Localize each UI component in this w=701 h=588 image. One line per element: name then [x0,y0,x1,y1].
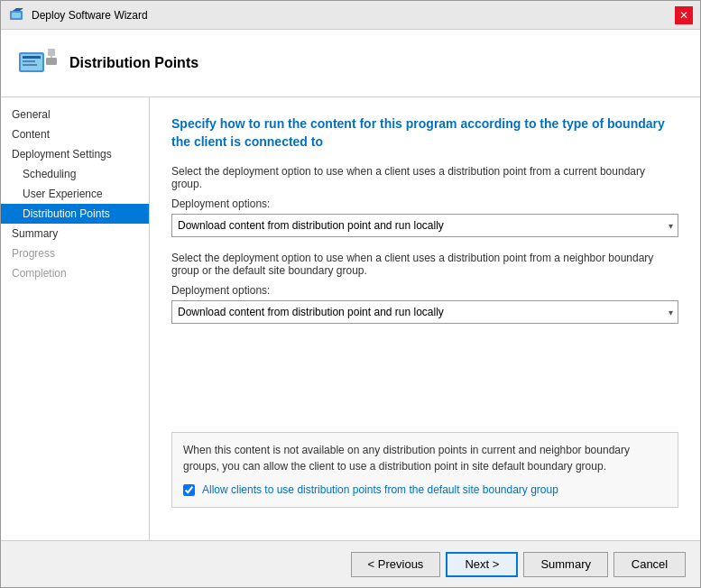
next-button[interactable]: Next > [446,552,518,577]
svg-rect-7 [23,64,37,66]
sidebar-item-scheduling[interactable]: Scheduling [1,164,149,184]
previous-button[interactable]: < Previous [351,552,441,577]
svg-marker-2 [13,8,23,11]
summary-button[interactable]: Summary [523,552,608,577]
svg-rect-9 [46,58,57,65]
allow-distribution-checkbox[interactable] [183,484,195,496]
sidebar: General Content Deployment Settings Sche… [1,97,150,540]
main-heading: Specify how to run the content for this … [171,115,678,151]
wizard-window: Deploy Software Wizard ✕ Distribution Po… [0,0,701,588]
svg-rect-5 [23,56,41,59]
checkbox-label[interactable]: Allow clients to use distribution points… [202,482,558,498]
header-icon [15,41,59,85]
svg-rect-6 [23,60,35,62]
title-bar: Deploy Software Wizard ✕ [1,1,700,30]
window-title: Deploy Software Wizard [32,9,675,22]
dropdown1-label: Deployment options: [171,198,678,210]
wizard-footer: < Previous Next > Summary Cancel [1,540,700,587]
wizard-body: General Content Deployment Settings Sche… [1,97,700,540]
close-button[interactable]: ✕ [675,6,693,24]
info-box: When this content is not available on an… [171,432,678,508]
sidebar-item-summary[interactable]: Summary [1,224,149,243]
section1-description: Select the deployment option to use when… [171,165,678,190]
dropdown1-container: Download content from distribution point… [171,214,678,237]
sidebar-item-content[interactable]: Content [1,124,149,144]
section2-description: Select the deployment option to use when… [171,252,678,277]
window-icon [8,6,26,24]
info-box-text: When this content is not available on an… [183,444,630,473]
header-title: Distribution Points [69,55,198,71]
cancel-button[interactable]: Cancel [613,552,686,577]
svg-rect-1 [12,13,21,18]
sidebar-item-distribution-points[interactable]: Distribution Points [1,204,149,224]
wizard-header: Distribution Points [1,30,700,97]
sidebar-item-completion: Completion [1,263,149,283]
dropdown2-container: Download content from distribution point… [171,300,678,324]
sidebar-item-deployment-settings[interactable]: Deployment Settings [1,144,149,164]
sidebar-item-user-experience[interactable]: User Experience [1,184,149,204]
checkbox-row: Allow clients to use distribution points… [183,482,667,498]
dropdown2-label: Deployment options: [171,284,678,297]
dropdown2-select[interactable]: Download content from distribution point… [171,300,678,324]
main-panel: Specify how to run the content for this … [150,97,700,540]
sidebar-item-general[interactable]: General [1,105,149,124]
svg-rect-8 [48,49,55,56]
sidebar-item-progress: Progress [1,243,149,263]
dropdown1-select[interactable]: Download content from distribution point… [171,214,678,237]
